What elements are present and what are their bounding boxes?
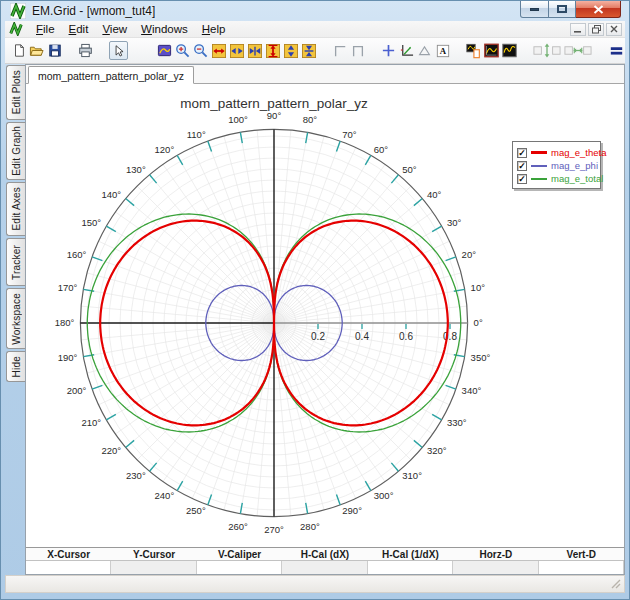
sidebar-tab-edit-graph[interactable]: Edit Graph <box>6 122 25 180</box>
axis-x-expand-button[interactable] <box>211 43 226 59</box>
menu-view[interactable]: View <box>95 22 134 36</box>
svg-text:110°: 110° <box>187 129 206 140</box>
svg-text:260°: 260° <box>228 521 248 532</box>
zoom-window-button[interactable] <box>157 43 172 59</box>
svg-text:300°: 300° <box>374 490 394 501</box>
sidebar-tab-tracker[interactable]: Tracker <box>6 238 25 286</box>
svg-text:0.4: 0.4 <box>355 331 369 342</box>
svg-text:160°: 160° <box>67 249 87 260</box>
plot-area: mom_pattern_pattern_polar_yz 0°10°20°30°… <box>26 84 624 551</box>
svg-text:320°: 320° <box>427 445 447 456</box>
maximize-button[interactable] <box>549 1 576 18</box>
menu-bar: File Edit View Windows Help <box>5 21 625 38</box>
printer-icon <box>78 43 93 58</box>
triangle-marker-button[interactable] <box>417 43 432 59</box>
crosshair-icon <box>381 43 396 58</box>
legend-label-mag-e-theta: mag_e_theta <box>551 148 606 158</box>
readout-value-y-cursor <box>111 561 196 574</box>
menu-windows[interactable]: Windows <box>134 22 195 36</box>
legend-checkbox-mag-e-theta[interactable]: ✓ <box>517 148 527 158</box>
zoom-out-button[interactable] <box>193 43 208 59</box>
mdi-close-button[interactable] <box>606 23 622 36</box>
svg-text:190°: 190° <box>58 352 78 363</box>
sidebar-tab-workspace[interactable]: Workspace <box>6 288 25 349</box>
crosshair-marker-button[interactable] <box>381 43 396 59</box>
svg-text:340°: 340° <box>462 385 482 396</box>
title-bar[interactable]: EM.Grid - [wmom_tut4] <box>1 1 629 21</box>
y-out-icon <box>284 44 298 58</box>
readout-value-horz-d <box>453 561 538 574</box>
readout-header-x-cursor: X-Cursor <box>26 548 111 560</box>
svg-text:180°: 180° <box>55 317 75 328</box>
axes-marker-icon <box>399 43 414 58</box>
distribute-horizontal-button[interactable] <box>564 43 592 59</box>
distribute-horizontal-icon <box>564 43 592 58</box>
svg-text:10°: 10° <box>471 282 486 293</box>
zoom-in-icon <box>175 43 190 58</box>
text-annotation-button[interactable]: A <box>435 43 450 59</box>
svg-text:170°: 170° <box>58 282 78 293</box>
minimize-button[interactable] <box>520 1 549 18</box>
legend-checkbox-mag-e-total[interactable]: ✓ <box>517 174 527 184</box>
graph-style-1-icon <box>484 43 499 58</box>
frame-box-button[interactable] <box>350 43 365 59</box>
y-expand-icon <box>266 44 280 58</box>
graph-style-2-button[interactable] <box>502 43 517 59</box>
mdi-minimize-button[interactable] <box>570 23 586 36</box>
legend-checkbox-mag-e-phi[interactable]: ✓ <box>517 161 527 171</box>
svg-text:280°: 280° <box>300 521 320 532</box>
axis-x-in-button[interactable] <box>247 43 262 59</box>
readout-header-horz-d: Horz-D <box>453 548 538 560</box>
save-floppy-icon <box>48 43 62 58</box>
sidebar-tab-hide[interactable]: Hide <box>6 351 25 382</box>
cursor-readout-table: X-Cursor Y-Cursor V-Caliper H-Cal (dX) H… <box>26 547 624 574</box>
menu-edit[interactable]: Edit <box>62 22 96 36</box>
frame-corner-button[interactable] <box>332 43 347 59</box>
select-cursor-button[interactable] <box>109 41 128 60</box>
readout-value-h-cal-dx <box>282 561 367 574</box>
axis-x-out-button[interactable] <box>229 43 244 59</box>
sidebar-tab-edit-plots[interactable]: Edit Plots <box>6 65 25 120</box>
sidebar: Edit Plots Edit Graph Edit Axes Tracker … <box>5 64 25 575</box>
y-in-icon <box>302 44 316 58</box>
legend-item-mag-e-theta: ✓ mag_e_theta <box>517 146 596 159</box>
mdi-restore-button[interactable] <box>588 23 604 36</box>
readout-header-h-cal-1dx: H-Cal (1/dX) <box>368 548 453 560</box>
readout-value-h-cal-1dx <box>368 561 453 574</box>
axis-y-out-button[interactable] <box>283 43 298 59</box>
open-folder-icon <box>29 43 44 58</box>
open-file-button[interactable] <box>29 43 44 59</box>
svg-text:140°: 140° <box>101 189 121 200</box>
graph-style-1-button[interactable] <box>484 43 499 59</box>
layout-button[interactable]: Layout <box>610 44 625 57</box>
readout-header-row: X-Cursor Y-Cursor V-Caliper H-Cal (dX) H… <box>26 548 624 561</box>
zoom-out-icon <box>193 43 208 58</box>
print-button[interactable] <box>78 43 93 59</box>
menu-file[interactable]: File <box>29 22 62 36</box>
svg-text:240°: 240° <box>155 490 175 501</box>
x-expand-icon <box>212 44 226 58</box>
sidebar-tab-edit-axes[interactable]: Edit Axes <box>6 182 25 236</box>
axes-marker-button[interactable] <box>399 43 414 59</box>
distribute-vertical-button[interactable] <box>533 43 561 59</box>
document-tab[interactable]: mom_pattern_pattern_polar_yz <box>28 66 194 84</box>
triangle-marker-icon <box>418 44 431 57</box>
save-button[interactable] <box>47 43 62 59</box>
legend-item-mag-e-total: ✓ mag_e_total <box>517 172 596 185</box>
mdi-minimize-icon <box>574 25 582 33</box>
axis-y-expand-button[interactable] <box>265 43 280 59</box>
axis-y-in-button[interactable] <box>301 43 316 59</box>
legend: ✓ mag_e_theta ✓ mag_e_phi ✓ mag_e_total <box>512 141 601 189</box>
zoom-in-button[interactable] <box>175 43 190 59</box>
svg-text:90°: 90° <box>267 110 282 121</box>
text-annotation-icon: A <box>436 44 450 58</box>
svg-text:210°: 210° <box>81 417 101 428</box>
copy-graph-button[interactable] <box>466 43 481 59</box>
menu-help[interactable]: Help <box>195 22 233 36</box>
readout-value-vert-d <box>539 561 624 574</box>
window-title: EM.Grid - [wmom_tut4] <box>32 4 155 18</box>
resize-grip[interactable] <box>610 578 622 590</box>
new-file-button[interactable] <box>11 43 26 59</box>
close-button[interactable] <box>576 1 621 18</box>
svg-text:70°: 70° <box>342 129 357 140</box>
